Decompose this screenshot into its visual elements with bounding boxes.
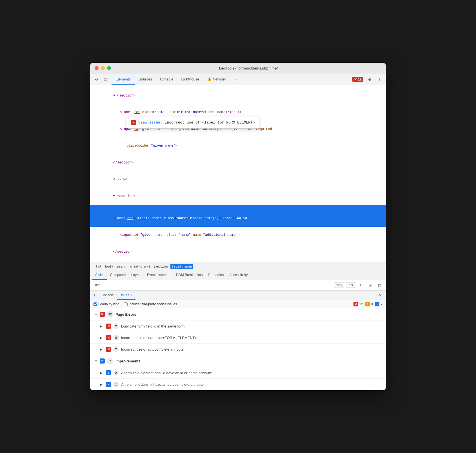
- issue-item[interactable]: ▶ ✕ 8 Incorrect use of <label for=FORM_E…: [90, 332, 386, 344]
- error-count-badge[interactable]: ✕ 12: [352, 77, 363, 82]
- issue-expand-icon: ▶: [100, 336, 103, 339]
- copy-styles-icon[interactable]: ⎘: [366, 281, 374, 289]
- issue-count-badge: 2: [113, 323, 119, 329]
- issue-item[interactable]: ▶ ✕ 2 Incorrect use of autocomplete attr…: [90, 344, 386, 355]
- breadcrumb-item-html[interactable]: html: [92, 264, 103, 269]
- tab-more[interactable]: »: [230, 74, 240, 85]
- issue-count-badge: 8: [113, 335, 119, 340]
- toolbar-icons: ⊹ □: [92, 75, 109, 83]
- group-by-kind-checkbox[interactable]: [94, 302, 97, 306]
- issues-tab-close-icon[interactable]: ×: [131, 293, 133, 297]
- maximize-button[interactable]: [107, 66, 111, 70]
- third-party-label: Include third-party cookie issues: [129, 302, 177, 306]
- issue-expand-icon: ▶: [100, 348, 103, 351]
- issues-list: ▼ ✕ 12 Page Errors ▶ ✕ 2 Duplicate form …: [90, 308, 386, 390]
- issue-label: Duplicate form field id in the same form: [121, 324, 184, 328]
- issue-item[interactable]: ▶ ✕ 2 Duplicate form field id in the sam…: [90, 320, 386, 332]
- tab-network[interactable]: ⚠️ Network: [203, 74, 230, 85]
- traffic-lights: [95, 66, 111, 70]
- filter-input[interactable]: Filter: [92, 283, 334, 287]
- page-errors-count: 12: [107, 311, 113, 317]
- issue-error-icon: ✕: [106, 335, 111, 340]
- device-icon[interactable]: □: [101, 75, 109, 83]
- warning-count: ! 0: [365, 302, 373, 306]
- issue-error-icon: ✕: [106, 347, 111, 352]
- window-title: DevTools - form-problems.glitch.me/: [115, 66, 381, 70]
- issue-count-badge: 2: [113, 370, 119, 376]
- cls-button[interactable]: .cls: [346, 282, 355, 288]
- tab-elements[interactable]: Elements: [112, 74, 135, 85]
- tab-event-listeners[interactable]: Event Listeners: [144, 270, 173, 280]
- settings-icon[interactable]: ⚙: [366, 75, 373, 83]
- inspect-icon[interactable]: ⊹: [92, 75, 100, 83]
- info-count: ≡ 7: [375, 302, 382, 306]
- issue-label: Incorrect use of <label for=FORM_ELEMENT…: [121, 336, 197, 340]
- minimize-button[interactable]: [101, 66, 105, 70]
- breadcrumb-item-section[interactable]: section: [153, 264, 169, 269]
- main-tab-bar: ⊹ □ Elements Sources Console Lighthouse …: [90, 74, 386, 85]
- more-options-icon[interactable]: ⋮: [376, 75, 384, 83]
- third-party-option: Include third-party cookie issues: [124, 302, 177, 306]
- issue-expand-icon: ▶: [100, 383, 103, 386]
- improvements-group-header[interactable]: ▼ ≡ 7 Improvements: [90, 355, 386, 367]
- hov-button[interactable]: :hov: [334, 282, 344, 288]
- tab-computed[interactable]: Computed: [107, 270, 128, 280]
- tab-styles[interactable]: Styles: [92, 270, 107, 280]
- improvements-label: Improvements: [115, 359, 141, 363]
- page-errors-icon: ✕: [100, 312, 105, 317]
- improvements-count: 7: [107, 358, 113, 364]
- titlebar: DevTools - form-problems.glitch.me/: [90, 63, 386, 74]
- issue-label: Incorrect use of autocomplete attribute: [121, 347, 184, 351]
- tooltip-popup: ✕ View issue: Incorrect use of <label fo…: [127, 117, 259, 129]
- tab-lighthouse[interactable]: Lighthouse: [177, 74, 203, 85]
- dom-line[interactable]: ▼ <section>: [90, 188, 386, 205]
- dom-line[interactable]: <input id="given-name" class="name" name…: [90, 227, 386, 244]
- filter-bar: Filter :hov .cls + ⎘ ▤: [90, 280, 386, 290]
- issue-label: An element doesn't have an autocomplete …: [121, 382, 204, 387]
- main-tabs: Elements Sources Console Lighthouse ⚠️ N…: [112, 74, 352, 85]
- improvements-icon: ≡: [100, 358, 105, 364]
- add-style-rule-icon[interactable]: +: [357, 281, 364, 289]
- tooltip-view-issue-link[interactable]: View issue:: [138, 120, 163, 126]
- toggle-sidebar-icon[interactable]: ▤: [376, 281, 384, 289]
- drawer-tab-console[interactable]: Console: [99, 291, 117, 300]
- dom-line[interactable]: ▼ <section>: [90, 88, 386, 104]
- issue-count-badge: 1: [113, 382, 119, 387]
- group-by-kind-label: Group by kind: [98, 302, 119, 306]
- tab-console[interactable]: Console: [156, 74, 177, 85]
- issue-item[interactable]: ▶ ≡ 2 A form field element should have a…: [90, 367, 386, 379]
- tab-properties[interactable]: Properties: [206, 270, 227, 280]
- tab-layout[interactable]: Layout: [128, 270, 144, 280]
- drawer-tab-issues[interactable]: Issues ×: [117, 291, 135, 300]
- breadcrumb-item-label[interactable]: label.name: [170, 264, 193, 269]
- dom-line[interactable]: </section>: [90, 154, 386, 171]
- tab-right-actions: ✕ 12 ⚙ ⋮: [352, 75, 384, 83]
- tab-accessibility[interactable]: Accessibility: [226, 270, 250, 280]
- breadcrumb-item-main[interactable]: main: [115, 264, 126, 269]
- dom-line[interactable]: placeholder="given name">: [90, 138, 386, 154]
- error-icon: ✕: [354, 77, 357, 81]
- issue-expand-icon: ▶: [100, 325, 103, 328]
- issues-drawer: ⋮ Console Issues × × Group by kind: [90, 290, 386, 390]
- issues-counts: ✕ 12 ! 0 ≡ 7: [353, 302, 382, 306]
- close-button[interactable]: [95, 66, 99, 70]
- dom-line[interactable]: <!-- Fo...: [90, 171, 386, 188]
- dom-line-selected[interactable]: ··· <label for="middle-name" class="name…: [90, 205, 386, 227]
- issue-item[interactable]: ▶ ≡ 1 An element doesn't have an autocom…: [90, 379, 386, 390]
- issue-info-icon: ≡: [106, 370, 111, 375]
- page-errors-arrow-icon: ▼: [95, 313, 97, 316]
- drawer-tabs: ⋮ Console Issues × ×: [90, 291, 386, 300]
- page-errors-group-header[interactable]: ▼ ✕ 12 Page Errors: [90, 308, 386, 320]
- styles-panel-tabs: Styles Computed Layout Event Listeners D…: [90, 270, 386, 280]
- tab-sources[interactable]: Sources: [135, 74, 156, 85]
- drawer-close-button[interactable]: ×: [377, 292, 384, 299]
- drawer-menu-icon[interactable]: ⋮: [92, 293, 96, 298]
- issues-options: Group by kind Include third-party cookie…: [90, 300, 386, 308]
- devtools-body: ⊹ □ Elements Sources Console Lighthouse …: [90, 74, 386, 391]
- issue-expand-icon: ▶: [100, 371, 103, 374]
- tab-dom-breakpoints[interactable]: DOM Breakpoints: [173, 270, 206, 280]
- dom-line[interactable]: </section>: [90, 244, 386, 261]
- third-party-checkbox[interactable]: [124, 302, 128, 306]
- breadcrumb-item-body[interactable]: body: [104, 264, 114, 269]
- breadcrumb-item-form[interactable]: form#form-1: [127, 264, 152, 269]
